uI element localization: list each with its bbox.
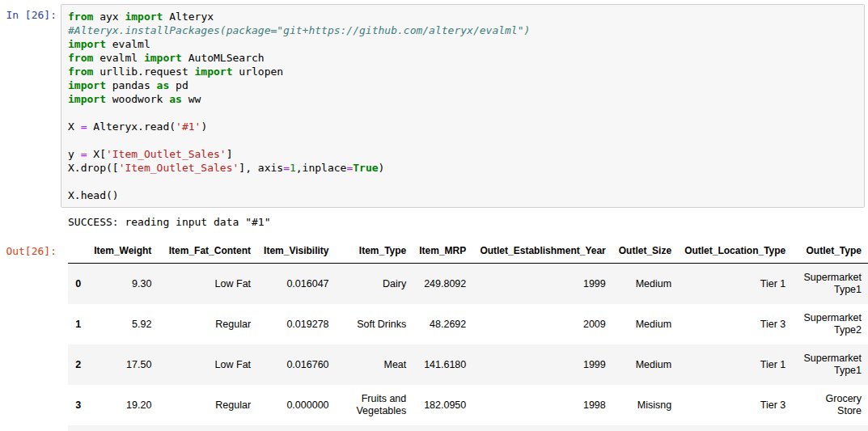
stdout-text: SUCCESS: reading input data "#1" [68,215,270,229]
code-line: X.head() [68,188,857,202]
row-index: 4 [68,425,87,431]
code-line: import pandas as pd [68,78,857,92]
dataframe-table: Item_WeightItem_Fat_ContentItem_Visibili… [68,240,868,431]
code-line: import woodwork as ww [68,92,857,106]
column-header: Outlet_Establishment_Year [472,240,612,264]
table-cell: 53.8614 [413,425,472,431]
table-row: 09.30Low Fat0.016047Dairy249.80921999Med… [68,264,868,305]
table-cell: 182.0950 [413,385,472,425]
table-cell: Grocery Store [792,385,868,425]
table-cell: 0.016760 [257,344,335,385]
row-index: 1 [68,304,87,344]
code-line [68,133,857,147]
corner-header [68,240,87,264]
table-cell: 1999 [472,344,612,385]
table-cell: Dairy [336,264,413,305]
table-cell: 0.000000 [257,385,335,425]
table-cell: 1987 [472,425,612,431]
table-cell: 0.016047 [257,264,335,305]
table-cell: Medium [612,304,678,344]
table-cell: Tier 3 [678,385,792,425]
dataframe-body: 09.30Low Fat0.016047Dairy249.80921999Med… [68,264,868,431]
notebook: In [26]: from ayx import Alteryx#Alteryx… [0,0,868,431]
table-cell: High [612,425,678,431]
table-cell: 249.8092 [413,264,472,305]
table-cell: 17.50 [87,344,158,385]
table-cell: Regular [158,385,257,425]
output-prompt: Out[26]: [0,240,61,258]
table-cell: Low Fat [158,264,257,305]
table-cell: 1998 [472,385,612,425]
column-header: Item_Type [336,240,413,264]
column-header: Item_MRP [413,240,472,264]
code-line: from urllib.request import urlopen [68,65,857,78]
table-cell: Low Fat [158,344,257,385]
column-header: Item_Visibility [257,240,335,264]
table-cell: Regular [158,304,257,344]
column-header: Item_Fat_Content [158,240,257,264]
code-line: from evalml import AutoMLSearch [68,51,857,65]
column-header: Outlet_Size [612,240,678,264]
dataframe-wrap: Item_WeightItem_Fat_ContentItem_Visibili… [68,240,868,431]
column-header: Outlet_Location_Type [678,240,792,264]
code-line: from ayx import Alteryx [68,10,857,23]
table-cell: Medium [612,264,678,305]
code-line [68,106,857,120]
column-header: Outlet_Type [792,240,868,264]
table-cell: Soft Drinks [336,304,413,344]
stdout-area: SUCCESS: reading input data "#1" [0,215,868,229]
table-cell: Tier 1 [678,264,792,305]
table-cell: 48.2692 [413,304,472,344]
table-cell: 1999 [472,264,612,305]
input-prompt: In [26]: [0,4,61,22]
table-row: 48.93Low Fat0.000000Household53.86141987… [68,425,868,431]
stdout-prompt-spacer [0,215,61,219]
table-cell: Fruits and Vegetables [336,385,413,425]
table-cell: Meat [336,344,413,385]
table-cell: 19.20 [87,385,158,425]
row-index: 0 [68,264,87,305]
row-index: 2 [68,344,87,385]
table-cell: Tier 3 [678,425,792,431]
table-cell: Tier 3 [678,304,792,344]
row-index: 3 [68,385,87,425]
table-cell: Supermarket Type1 [792,425,868,431]
table-cell: Household [336,425,413,431]
result-output-area: Out[26]: Item_WeightItem_Fat_ContentItem… [0,240,868,431]
table-cell: Medium [612,344,678,385]
code-editor[interactable]: from ayx import Alteryx#Alteryx.installP… [61,4,865,208]
input-cell: In [26]: from ayx import Alteryx#Alteryx… [0,4,868,208]
table-row: 15.92Regular0.019278Soft Drinks48.269220… [68,304,868,344]
code-line: X = Alteryx.read('#1') [68,120,857,133]
code-line: import evalml [68,37,857,51]
table-cell: Low Fat [158,425,257,431]
table-cell: 0.019278 [257,304,335,344]
table-cell: 141.6180 [413,344,472,385]
table-cell: 2009 [472,304,612,344]
code-lines: from ayx import Alteryx#Alteryx.installP… [68,10,857,202]
table-row: 217.50Low Fat0.016760Meat141.61801999Med… [68,344,868,385]
table-cell: Tier 1 [678,344,792,385]
code-line: X.drop(['Item_Outlet_Sales'], axis=1,inp… [68,161,857,175]
column-header: Item_Weight [87,240,158,264]
table-cell: 0.000000 [257,425,335,431]
dataframe-head-row: Item_WeightItem_Fat_ContentItem_Visibili… [68,240,868,264]
table-cell: Supermarket Type2 [792,304,868,344]
table-cell: 5.92 [87,304,158,344]
code-line: y = X['Item_Outlet_Sales'] [68,147,857,161]
code-line [68,175,857,188]
table-cell: Misisng [612,385,678,425]
table-cell: Supermarket Type1 [792,264,868,305]
table-row: 319.20Regular0.000000Fruits and Vegetabl… [68,385,868,425]
code-line: #Alteryx.installPackages(package="git+ht… [68,23,857,37]
table-cell: 9.30 [87,264,158,305]
table-cell: Supermarket Type1 [792,344,868,385]
table-cell: 8.93 [87,425,158,431]
